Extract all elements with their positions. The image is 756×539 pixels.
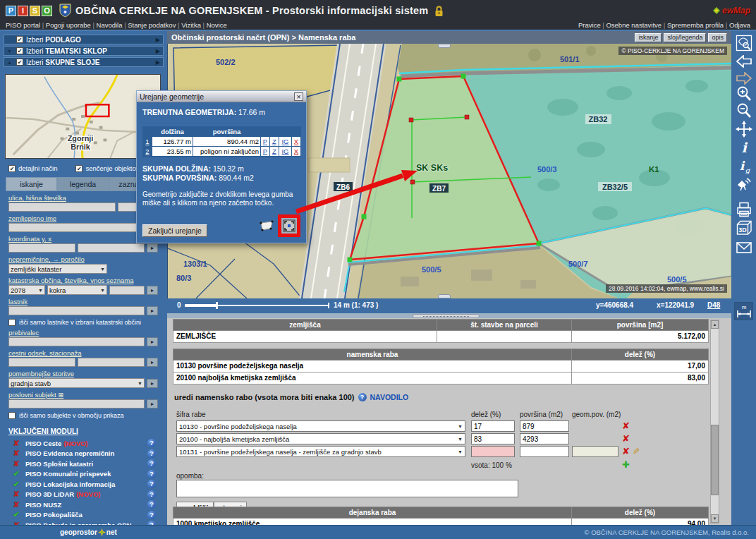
menu-stanje[interactable]: Stanje podatkov (123, 21, 176, 29)
lastnik-input[interactable] (8, 306, 145, 315)
mail-icon[interactable] (734, 238, 753, 257)
help-icon[interactable]: ? (147, 470, 156, 478)
map-collapse-handle-top[interactable] (438, 44, 451, 48)
ig-link[interactable]: IG (279, 147, 292, 157)
raba-select-2[interactable]: 20100 - najboljša kmetijska zemljišča▼ (176, 433, 465, 444)
p-link[interactable]: P (261, 147, 270, 157)
navodilo-link[interactable]: NAVODILO (370, 393, 409, 401)
datum-link[interactable]: D48 (707, 301, 720, 309)
koordinata-x-input[interactable] (78, 243, 145, 253)
scale-ratio-link[interactable]: 473 (362, 301, 374, 309)
help-icon[interactable]: ? (358, 393, 367, 401)
raba-select-3[interactable]: 10131 - površine podeželjskega naselja -… (176, 446, 465, 457)
geoprostor-logo[interactable]: geoprostor net (60, 528, 117, 536)
accordion-skupne-sloje[interactable]: ▲ ✔ Izberi SKUPNE SLOJE ▶ (4, 57, 164, 67)
edit-pencil-icon[interactable]: ✎ (633, 447, 640, 456)
info-icon[interactable]: i (734, 138, 753, 157)
measure-handle[interactable] (410, 180, 415, 184)
delete-link[interactable]: X (292, 137, 301, 147)
delete-row-icon[interactable]: ✘ (622, 447, 630, 456)
z-link[interactable]: Z (270, 147, 279, 157)
delete-row-icon[interactable]: ✘ (622, 421, 630, 431)
porocilo-link[interactable]: poročilo (61, 255, 84, 263)
ko-name-select[interactable]: kokra▼ (47, 285, 107, 295)
toggle-sencenje[interactable]: ✔senčenje objektov (75, 164, 139, 172)
raba-select-1[interactable]: 10130 - površine podeželjskega naselja▼ (176, 420, 465, 432)
accordion-podlago[interactable]: ✔ Izberi PODLAGO ▶ (4, 35, 164, 44)
go-button[interactable]: ▸ (147, 358, 158, 367)
map-iskanje-button[interactable]: iskanje (635, 33, 662, 42)
toggle-detajlni[interactable]: ✔detajlni način (8, 164, 57, 172)
menu-pogoji[interactable]: Pogoji uporabe (40, 21, 91, 29)
zoom-in-icon[interactable] (734, 85, 753, 103)
help-icon[interactable]: ? (147, 500, 156, 509)
delez-input-2[interactable] (471, 433, 515, 444)
module-splosni-katastri[interactable]: ✘ PISO Splošni katastri ? (8, 459, 167, 468)
help-icon[interactable]: ? (147, 490, 156, 499)
label-prebivalec[interactable]: prebivalec (8, 329, 167, 337)
kataster-select[interactable]: zemljiški kataster▼ (8, 264, 107, 274)
module-komunalni[interactable]: ✔ PISO Komunalni prispevek ? (8, 469, 167, 479)
geom-povrsina-input-3[interactable] (572, 446, 618, 457)
expander-icon[interactable]: ▲ (7, 60, 16, 65)
help-icon[interactable]: ? (147, 439, 156, 447)
go-button[interactable]: ▸ (147, 379, 158, 388)
scroll-up-icon[interactable]: ▲ (711, 320, 719, 329)
zoom-out-icon[interactable] (734, 102, 753, 120)
vertex-handle[interactable] (461, 74, 466, 79)
vertex-handle[interactable] (537, 241, 542, 246)
piso-logo[interactable]: P I S O (6, 6, 52, 16)
module-piso-ceste[interactable]: ✘ PISO Ceste(NOVO) ? (8, 438, 167, 448)
label-poslovni[interactable]: poslovni subjekt ⊞ (8, 391, 167, 399)
koordinata-y-input[interactable] (8, 243, 75, 253)
storitve-select[interactable]: gradnja stavb▼ (8, 378, 145, 388)
go-button[interactable]: ▸ (147, 286, 158, 295)
delete-row-icon[interactable]: ✘ (622, 434, 630, 444)
checkbox-skupni[interactable]: ✔ (16, 59, 23, 66)
measure-handle[interactable] (465, 115, 469, 119)
accordion-tematski-sklop[interactable]: ▼ ✔ Izberi TEMATSKI SKLOP ▶ (4, 46, 164, 56)
label-storitve[interactable]: pomembnejše storitve (8, 370, 167, 377)
menu-profil[interactable]: Sprememba profila (662, 21, 724, 29)
ig-link[interactable]: IG (279, 137, 292, 147)
menu-odjava[interactable]: Odjava (724, 21, 750, 29)
povrsina-input-1[interactable] (520, 420, 569, 432)
ulica-input[interactable] (8, 202, 116, 212)
menu-pravice[interactable]: Pravice (578, 21, 601, 29)
lastnik-checkbox[interactable] (8, 319, 16, 326)
module-evidenca[interactable]: ✘ PISO Evidenca nepremičnin ? (8, 449, 167, 459)
module-3d-lidar[interactable]: ✘ PISO 3D LiDAR(NOVO) ? (8, 490, 167, 499)
full-extent-icon[interactable] (734, 34, 753, 52)
delete-link[interactable]: X (292, 147, 301, 157)
ko-number-select[interactable]: 2078▼ (8, 285, 45, 295)
menu-vizitka[interactable]: Vizitka (176, 21, 201, 29)
vertex-handle[interactable] (362, 214, 367, 219)
geometry-edit-dialog[interactable]: Urejanje geometrije × TRENUTNA GEOMETRIJ… (136, 90, 307, 243)
3d-view-icon[interactable]: 3D (734, 219, 753, 237)
stacionaza-input[interactable] (78, 358, 145, 367)
zemljepisno-input[interactable] (8, 223, 145, 232)
tab-legenda[interactable]: legenda (57, 177, 109, 191)
measure-icon[interactable]: m (734, 302, 753, 320)
go-button[interactable]: ▸ (147, 337, 158, 346)
snap-tool-icon[interactable] (283, 219, 295, 232)
map-opis-button[interactable]: opis (708, 33, 727, 42)
module-lokacijska[interactable]: ✔ PISO Lokacijska informacija ? (8, 479, 167, 489)
parcela-input[interactable] (109, 286, 145, 295)
module-nusz[interactable]: ✘ PISO NUSZ ? (8, 499, 167, 509)
map-sloji-legenda-button[interactable]: sloji/legenda (664, 33, 706, 42)
dialog-titlebar[interactable]: Urejanje geometrije × (137, 91, 306, 102)
measure-handle[interactable] (409, 118, 413, 122)
help-icon[interactable]: ? (147, 511, 156, 519)
checkbox-podlago[interactable]: ✔ (16, 36, 23, 43)
menu-nastavitve[interactable]: Osebne nastavitve (601, 21, 662, 29)
label-lastnik[interactable]: lastnik (8, 298, 167, 305)
cestni-odsek-input[interactable] (8, 358, 75, 367)
close-icon[interactable]: × (294, 92, 303, 101)
prebivalec-input[interactable] (8, 337, 145, 346)
delez-input-3[interactable] (471, 446, 515, 457)
scale-slider-track[interactable] (185, 304, 217, 307)
label-cestni[interactable]: cestni odsek, stacionaža (8, 349, 167, 357)
modules-title[interactable]: VKLJUČENI MODULI (8, 428, 167, 435)
module-pokopalisca[interactable]: ✔ PISO Pokopališča ? (8, 510, 167, 520)
